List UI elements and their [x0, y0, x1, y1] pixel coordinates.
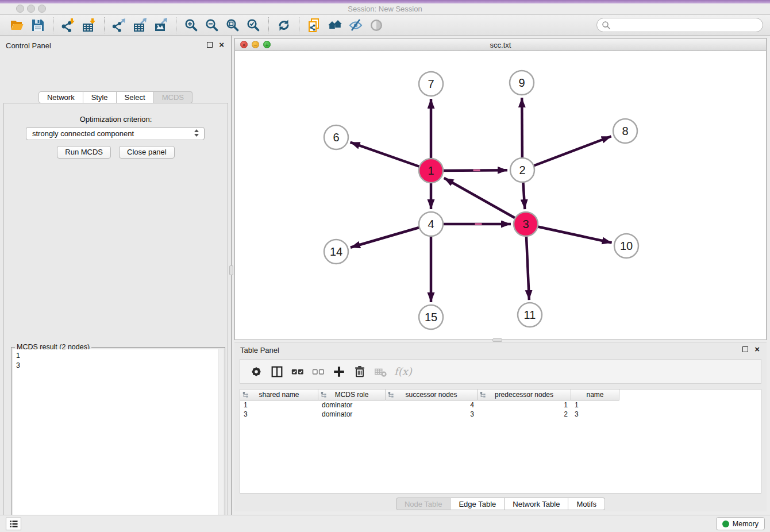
tab-mcds[interactable]: MCDS: [154, 91, 192, 103]
network-window-titlebar[interactable]: × − + scc.txt: [235, 38, 766, 51]
import-table-icon[interactable]: [80, 17, 98, 34]
select-all-columns-icon[interactable]: [290, 364, 306, 380]
create-column-icon[interactable]: [331, 364, 347, 380]
node-table-header: shared nameMCDS rolesuccessor nodesprede…: [240, 390, 761, 400]
mcds-result-list: 13: [13, 349, 218, 532]
table-panel-float-icon[interactable]: [742, 346, 748, 352]
optimization-criterion-select[interactable]: strongly connected component: [26, 127, 205, 140]
graph-node-7[interactable]: 7: [419, 72, 443, 96]
control-panel-float-icon[interactable]: [207, 42, 213, 48]
toolbar-divider: [104, 17, 105, 33]
zoom-out-icon[interactable]: [203, 17, 221, 34]
graph-node-2[interactable]: 2: [510, 158, 534, 182]
graph-node-11[interactable]: 11: [518, 303, 542, 327]
node-label: 2: [519, 164, 525, 176]
control-panel-tabs: NetworkStyleSelectMCDS: [0, 91, 231, 103]
zoom-selected-icon[interactable]: [245, 17, 262, 34]
tab-style[interactable]: Style: [83, 91, 117, 103]
graph-node-14[interactable]: 14: [324, 240, 348, 264]
mcds-result-scrollbar[interactable]: [218, 349, 224, 532]
table-panel-close-icon[interactable]: ×: [754, 346, 760, 352]
status-bar: Memory: [0, 515, 770, 532]
search-icon: [602, 21, 611, 30]
table-cell: 3: [386, 410, 478, 419]
memory-label: Memory: [733, 520, 759, 528]
node-label: 11: [524, 309, 536, 321]
search-input[interactable]: [611, 18, 763, 32]
edge-3-10[interactable]: [526, 224, 612, 242]
apply-layout-icon[interactable]: [275, 17, 292, 34]
save-session-icon[interactable]: [29, 17, 47, 34]
table-toolbar: f(x): [240, 359, 761, 384]
column-header-shared-name[interactable]: shared name: [240, 390, 318, 400]
import-network-icon[interactable]: [60, 17, 77, 34]
delete-column-icon[interactable]: [352, 364, 368, 380]
node-label: 3: [522, 218, 529, 230]
function-builder-icon: f(x): [394, 365, 412, 377]
hide-selected-icon[interactable]: [347, 17, 364, 34]
optimization-criterion-label: Optimization criterion:: [4, 115, 228, 124]
window-top-strip: [0, 0, 770, 3]
toolbar-divider: [268, 17, 269, 33]
toolbar-divider: [176, 17, 176, 33]
control-panel-close-icon[interactable]: ×: [219, 42, 224, 48]
toolbar-divider: [299, 17, 299, 33]
node-label: 7: [428, 78, 434, 90]
app-titlebar: Session: New Session: [0, 0, 770, 15]
tab-select[interactable]: Select: [117, 91, 154, 103]
show-all-icon[interactable]: [368, 17, 385, 34]
edge-1-6[interactable]: [351, 142, 431, 171]
zoom-in-icon[interactable]: [183, 17, 200, 34]
table-panel-tabs: Node TableEdge TableNetwork TableMotifs: [234, 498, 767, 510]
new-network-from-selection-icon[interactable]: [306, 17, 323, 34]
task-history-button[interactable]: [6, 518, 21, 530]
tab-motifs[interactable]: Motifs: [568, 498, 605, 510]
control-panel: Control Panel × NetworkStyleSelectMCDS O…: [0, 36, 232, 515]
main-toolbar: [0, 15, 770, 36]
edge-3-1[interactable]: [444, 178, 526, 224]
node-table-body: 1dominator4113dominator323: [240, 400, 761, 419]
mcds-result-line: 3: [16, 361, 214, 371]
graph-node-1[interactable]: 1: [419, 159, 443, 183]
column-header-MCDS-role[interactable]: MCDS role: [318, 390, 386, 400]
mcds-result-box: MCDS result (2 nodes) 13: [11, 347, 225, 532]
graph-node-3[interactable]: 3: [514, 212, 538, 236]
vertical-splitter-handle[interactable]: [229, 265, 233, 275]
deselect-all-columns-icon[interactable]: [310, 364, 326, 380]
node-label: 14: [330, 245, 342, 258]
graph-node-8[interactable]: 8: [613, 119, 637, 143]
first-neighbors-icon[interactable]: [326, 17, 344, 34]
graph-node-4[interactable]: 4: [419, 212, 443, 236]
column-header-successor-nodes[interactable]: successor nodes: [386, 390, 478, 400]
toolbar-search: [596, 18, 763, 32]
tab-network[interactable]: Network: [38, 91, 83, 103]
network-canvas[interactable]: 7968124314101511: [235, 51, 766, 340]
table-settings-gear-icon[interactable]: [248, 364, 264, 380]
table-row[interactable]: 3dominator323: [240, 410, 761, 419]
graph-node-9[interactable]: 9: [510, 71, 534, 95]
table-row[interactable]: 1dominator411: [240, 400, 761, 410]
column-header-name[interactable]: name: [571, 390, 619, 400]
close-panel-button[interactable]: Close panel: [119, 146, 175, 159]
control-panel-title: Control Panel: [6, 41, 51, 50]
tab-edge-table[interactable]: Edge Table: [451, 498, 505, 510]
graph-node-10[interactable]: 10: [614, 234, 638, 258]
node-label: 15: [425, 311, 437, 323]
export-image-icon[interactable]: [152, 17, 170, 34]
memory-button[interactable]: Memory: [716, 517, 765, 530]
edge-2-8[interactable]: [522, 136, 611, 170]
column-header-predecessor-nodes[interactable]: predecessor nodes: [478, 390, 571, 400]
zoom-fit-icon[interactable]: [224, 17, 241, 34]
export-table-icon[interactable]: [132, 17, 149, 34]
run-mcds-button[interactable]: Run MCDS: [57, 146, 111, 159]
export-network-icon[interactable]: [111, 17, 128, 34]
open-session-icon[interactable]: [9, 17, 26, 34]
table-panel-title: Table Panel: [240, 346, 279, 354]
graph-node-15[interactable]: 15: [419, 305, 443, 329]
table-cell: 3: [571, 410, 619, 419]
show-columns-icon[interactable]: [269, 364, 285, 380]
column-type-icon: [388, 392, 394, 400]
tab-node-table[interactable]: Node Table: [396, 498, 451, 510]
tab-network-table[interactable]: Network Table: [505, 498, 568, 510]
graph-node-6[interactable]: 6: [324, 125, 348, 149]
